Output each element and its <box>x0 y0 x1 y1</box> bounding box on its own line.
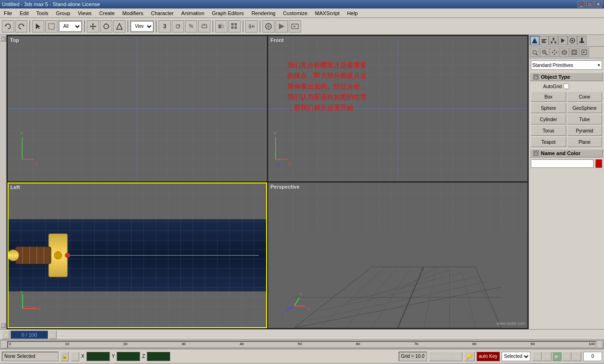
lock-button[interactable]: 🔒 <box>60 352 69 361</box>
timeline-left-arrow[interactable]: ◀ <box>1 341 8 348</box>
timeline-slider[interactable]: ◀ 0 10 20 30 40 50 60 70 80 90 100 ▶ <box>0 339 604 349</box>
timeline-right-arrow[interactable]: ▶ <box>596 341 603 348</box>
z-coord-input[interactable] <box>147 352 170 361</box>
align-button[interactable] <box>245 20 258 33</box>
motion-tab[interactable] <box>558 36 568 45</box>
viewport-front[interactable]: Front X Y Z 我们先分析哪里才是最重要 <box>268 36 528 182</box>
menu-graph-editors[interactable]: Graph Editors <box>209 9 247 17</box>
viewport-left[interactable]: Left <box>8 182 267 328</box>
current-frame-input[interactable] <box>10 331 48 339</box>
display-tab[interactable] <box>568 36 577 45</box>
ref-coord-select[interactable]: View <box>131 21 153 32</box>
key-mode-select[interactable]: Selected <box>502 352 530 361</box>
quick-render-button[interactable] <box>289 20 301 33</box>
mirror-button[interactable] <box>215 20 227 33</box>
render-icon[interactable] <box>579 48 589 57</box>
maximize-viewport-icon[interactable] <box>570 48 579 57</box>
menu-tools[interactable]: Tools <box>34 9 51 17</box>
maximize-button[interactable]: □ <box>586 1 594 8</box>
angle-snap[interactable] <box>172 20 184 33</box>
selection-lock-icon[interactable]: ➜ <box>71 352 79 361</box>
teapot-button[interactable]: Teapot <box>531 137 566 147</box>
left-scrollbar[interactable]: ▲ ▼ <box>0 35 7 329</box>
x-coord-input[interactable] <box>86 352 110 361</box>
scroll-down[interactable]: ▼ <box>0 323 6 328</box>
orbit-icon[interactable] <box>560 48 569 57</box>
snap-toggle[interactable]: 3 <box>159 20 171 33</box>
menu-file[interactable]: File <box>1 9 15 17</box>
menu-maxscript[interactable]: MAXScript <box>312 9 343 17</box>
filter-dropdown[interactable]: All <box>59 20 82 33</box>
menu-customize[interactable]: Customize <box>280 9 310 17</box>
rotate-button[interactable] <box>100 20 112 33</box>
prev-frame-btn[interactable]: ◀ <box>2 331 9 339</box>
scroll-up[interactable]: ▲ <box>0 36 6 41</box>
goto-start-btn[interactable]: |◀ <box>532 352 542 361</box>
prev-key-btn[interactable]: ◀| <box>542 352 552 361</box>
play-btn[interactable]: ▶ <box>552 352 562 361</box>
frame-number-input[interactable] <box>583 352 602 361</box>
zoom-extents-icon[interactable] <box>530 48 539 57</box>
menu-create[interactable]: Create <box>96 9 117 17</box>
minimize-button[interactable]: _ <box>578 1 585 8</box>
object-type-section[interactable]: - Object Type <box>530 73 603 81</box>
viewport-perspective[interactable]: Perspective <box>268 182 528 328</box>
filter-select[interactable]: All <box>59 21 82 32</box>
timeline-track[interactable]: 0 10 20 30 40 50 60 70 80 90 100 <box>8 341 596 348</box>
hierarchy-tab[interactable] <box>549 36 558 45</box>
scale-button[interactable] <box>113 20 126 33</box>
reference-coord-dropdown[interactable]: View <box>130 20 154 33</box>
select-move-button[interactable] <box>87 20 99 33</box>
menu-help[interactable]: Help <box>344 9 361 17</box>
menu-views[interactable]: Views <box>75 9 94 17</box>
add-time-tag-button[interactable]: Add Time Tag <box>429 352 462 361</box>
material-editor-button[interactable] <box>262 20 275 33</box>
spinner-snap[interactable] <box>198 20 210 33</box>
array-button[interactable] <box>228 20 241 33</box>
select-region-button[interactable] <box>45 20 58 33</box>
key-icon[interactable]: 🔑 <box>464 352 475 361</box>
create-tab[interactable] <box>530 36 539 45</box>
torus-button[interactable]: Torus <box>531 125 566 136</box>
y-coord-input[interactable] <box>117 352 140 361</box>
next-frame-btn[interactable]: ▶ <box>49 331 57 339</box>
select-object-button[interactable] <box>32 20 44 33</box>
cone-button[interactable]: Cone <box>567 91 603 102</box>
menu-group[interactable]: Group <box>53 9 73 17</box>
menu-rendering[interactable]: Rendering <box>249 9 278 17</box>
auto-key-button[interactable]: auto Key <box>477 352 500 361</box>
menu-animation[interactable]: Animation <box>178 9 207 17</box>
tube-button[interactable]: Tube <box>567 114 603 124</box>
redo-button[interactable] <box>15 20 27 33</box>
cylinder-button[interactable]: Cylinder <box>531 114 566 124</box>
next-key-btn[interactable]: |▶ <box>562 352 571 361</box>
plane-button[interactable]: Plane <box>567 137 603 147</box>
color-swatch[interactable] <box>596 159 602 168</box>
section-minus-icon[interactable]: - <box>533 74 539 80</box>
object-name-input[interactable] <box>531 159 594 168</box>
menu-edit[interactable]: Edit <box>17 9 32 17</box>
svg-rect-3 <box>49 24 54 29</box>
pan-icon[interactable] <box>550 48 559 57</box>
title-bar-buttons[interactable]: _ □ ✕ <box>578 1 602 8</box>
zoom-icon[interactable] <box>540 48 549 57</box>
box-button[interactable]: Box <box>531 91 566 102</box>
undo-button[interactable] <box>2 20 14 33</box>
geosphere-button[interactable]: GeoSphere <box>567 103 603 113</box>
modify-tab[interactable] <box>539 36 549 45</box>
viewport-front-grid: X Y Z <box>268 36 527 181</box>
name-color-section[interactable]: - Name and Color <box>530 149 603 157</box>
goto-end-btn[interactable]: ▶| <box>572 352 581 361</box>
close-button[interactable]: ✕ <box>595 1 602 8</box>
primitives-dropdown[interactable]: Standard Primitives ▼ <box>531 60 602 70</box>
menu-modifiers[interactable]: Modifiers <box>119 9 146 17</box>
viewport-top[interactable]: Top X Y <box>8 36 267 182</box>
render-scene-button[interactable] <box>276 20 288 33</box>
autogrid-checkbox[interactable] <box>563 83 569 89</box>
percent-snap[interactable]: % <box>185 20 197 33</box>
pyramid-button[interactable]: Pyramid <box>567 125 603 136</box>
name-color-minus-icon[interactable]: - <box>533 150 539 156</box>
menu-character[interactable]: Character <box>148 9 176 17</box>
sphere-button[interactable]: Sphere <box>531 103 566 113</box>
utilities-tab[interactable] <box>577 36 587 45</box>
